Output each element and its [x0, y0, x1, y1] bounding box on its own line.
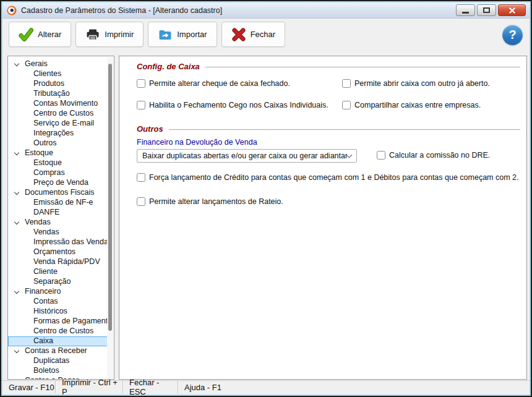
sidebar-item-label: Emissão de NF-e [33, 198, 93, 207]
sidebar-item-formas-de-pagamento[interactable]: Formas de Pagamento [8, 317, 114, 327]
checkbox-permite-alterar-cheque[interactable]: Permite alterar cheque de caixa fechado. [137, 79, 342, 88]
blue-folder-import-icon [158, 27, 173, 42]
sidebar-item-outros[interactable]: Outros [8, 139, 114, 148]
sidebar-item-label: Orçamentos [33, 247, 75, 256]
financeiro-devolucao-select[interactable]: Baixar duplicatas abertas e/ou gerar cai… [137, 149, 357, 163]
checkbox-label: Força lançamento de Crédito para contas … [149, 173, 519, 182]
chevron-down-icon[interactable] [14, 220, 19, 224]
tree-scrollbar-thumb[interactable] [108, 64, 112, 331]
sidebar-item-caixa[interactable]: Caixa [8, 336, 108, 346]
chevron-down-icon[interactable] [14, 190, 19, 195]
sidebar-item-separacao[interactable]: Separação [8, 277, 114, 287]
sidebar-item-servico-de-e-mail[interactable]: Serviço de E-mail [8, 119, 114, 129]
config-checkbox-grid: Permite alterar cheque de caixa fechado.… [137, 79, 490, 109]
sidebar-item-boletos[interactable]: Boletos [8, 366, 114, 376]
sidebar-item-preco-de-venda[interactable]: Preço de Venda [8, 178, 114, 188]
chevron-down-icon[interactable] [14, 378, 19, 380]
checkbox-box[interactable] [342, 101, 351, 109]
sidebar-item-documentos-fiscais[interactable]: Documentos Fiscais [8, 188, 114, 198]
sidebar-item-contas[interactable]: Contas [8, 297, 114, 307]
status-imprimir: Imprimir - Ctrl + P [56, 381, 123, 393]
sidebar-item-label: Contas [33, 297, 58, 305]
sidebar-item-financeiro[interactable]: Financeiro [8, 287, 114, 297]
sidebar-item-centro-de-custos[interactable]: Centro de Custos [8, 109, 114, 119]
alterar-button[interactable]: Alterar [9, 22, 71, 47]
chevron-down-icon[interactable] [14, 61, 19, 66]
toolbar: Alterar Imprimir Importar [9, 22, 285, 47]
sidebar-item-produtos[interactable]: Produtos [8, 79, 114, 89]
sidebar-item-duplicatas[interactable]: Duplicatas [8, 356, 114, 366]
fechar-button-label: Fechar [251, 30, 275, 39]
fechar-button[interactable]: Fechar [221, 22, 285, 47]
chevron-down-icon[interactable] [14, 348, 19, 353]
imprimir-button[interactable]: Imprimir [75, 22, 144, 47]
sidebar-item-integracoes[interactable]: Integrações [8, 129, 114, 139]
sidebar-item-label: Formas de Pagamento [33, 317, 112, 325]
checkbox-label: Compartilhar caixas entre empresas. [354, 101, 481, 109]
maximize-icon [483, 7, 490, 13]
sidebar-item-danfe[interactable]: DANFE [8, 208, 114, 218]
sidebar-item-impressao-das-vendas[interactable]: Impressão das Vendas [8, 237, 114, 247]
window-title: Cadastro de Parâmetros do Sistema - [Alt… [21, 6, 222, 15]
checkbox-calcular-comissao-dre[interactable]: Calcular a comissão no DRE. [377, 151, 490, 160]
checkbox-label: Permite alterar cheque de caixa fechado. [149, 79, 290, 88]
sidebar-item-label: Financeiro [25, 287, 61, 296]
checkbox-box[interactable] [342, 79, 351, 88]
checkbox-permite-abrir-caixa[interactable]: Permite abrir caixa com outro já aberto. [342, 79, 490, 88]
section-title: Config. de Caixa [137, 62, 200, 71]
chevron-down-icon [346, 152, 353, 158]
section-title: Outros [137, 124, 163, 134]
help-button[interactable]: ? [502, 25, 523, 45]
content-panel: Config. de Caixa Permite alterar cheque … [119, 56, 527, 380]
sidebar-item-tributacao[interactable]: Tributação [8, 89, 114, 99]
sidebar-tree-panel: GeraisClientesProdutosTributaçãoContas M… [7, 56, 114, 380]
sidebar-item-label: Separação [33, 277, 71, 286]
sidebar-item-label: Cliente [33, 267, 58, 276]
minimize-button[interactable] [456, 4, 475, 16]
chevron-down-icon[interactable] [14, 289, 19, 294]
sidebar-item-label: Caixa [33, 336, 53, 345]
section-config-de-caixa: Config. de Caixa [137, 62, 520, 71]
checkbox-box[interactable] [377, 151, 385, 160]
sidebar-item-estoque[interactable]: Estoque [8, 148, 114, 158]
sidebar-item-vendas[interactable]: Vendas [8, 218, 114, 228]
checkbox-box[interactable] [137, 197, 145, 206]
sidebar-item-label: Vendas [33, 228, 59, 236]
maximize-button[interactable] [477, 4, 496, 16]
checkbox-compartilhar-caixas[interactable]: Compartilhar caixas entre empresas. [342, 101, 490, 109]
sidebar-item-label: Centro de Custos [33, 327, 93, 335]
checkbox-habilita-fechamento-cego[interactable]: Habilita o Fechamento Cego nos Caixas In… [137, 101, 342, 109]
help-question-icon: ? [508, 28, 516, 42]
sidebar-item-clientes[interactable]: Clientes [8, 69, 114, 79]
minimize-icon [462, 12, 469, 14]
sidebar-item-centro-de-custos[interactable]: Centro de Custos [8, 327, 114, 336]
sidebar-item-cliente[interactable]: Cliente [8, 267, 114, 277]
app-window: Cadastro de Parâmetros do Sistema - [Alt… [0, 0, 532, 397]
sidebar-item-venda-rapida-pdv[interactable]: Venda Rápida/PDV [8, 257, 114, 267]
financeiro-devolucao-label: Financeiro na Devolução de Venda [137, 138, 257, 147]
sidebar-item-label: DANFE [33, 208, 59, 216]
checkbox-permite-alterar-rateio[interactable]: Permite alterar lançamentos de Rateio. [137, 197, 283, 206]
sidebar-item-contas-movimento[interactable]: Contas Movimento [8, 99, 114, 109]
sidebar-item-estoque[interactable]: Estoque [8, 158, 114, 168]
importar-button[interactable]: Importar [148, 22, 217, 47]
close-button[interactable] [498, 4, 526, 16]
sidebar-item-label: Vendas [25, 218, 51, 226]
sidebar-item-contas-a-receber[interactable]: Contas a Receber [8, 346, 114, 356]
sidebar-item-label: Preço de Venda [33, 178, 88, 187]
chevron-down-icon[interactable] [14, 150, 19, 155]
checkbox-box[interactable] [137, 101, 145, 109]
checkbox-box[interactable] [137, 173, 145, 182]
sidebar-item-emissao-de-nf-e[interactable]: Emissão de NF-e [8, 198, 114, 208]
statusbar: Gravar - F10 Imprimir - Ctrl + P Fechar … [2, 380, 530, 393]
sidebar-item-historicos[interactable]: Históricos [8, 307, 114, 317]
checkbox-forca-lancamento[interactable]: Força lançamento de Crédito para contas … [137, 173, 519, 182]
sidebar-item-label: Estoque [33, 158, 62, 167]
tree-scrollbar[interactable] [107, 57, 113, 378]
combo-selected-value: Baixar duplicatas abertas e/ou gerar cai… [142, 152, 347, 160]
sidebar-item-gerais[interactable]: Gerais [8, 59, 114, 69]
sidebar-item-vendas[interactable]: Vendas [8, 228, 114, 237]
sidebar-item-compras[interactable]: Compras [8, 168, 114, 178]
sidebar-item-orcamentos[interactable]: Orçamentos [8, 247, 114, 257]
checkbox-box[interactable] [137, 79, 145, 88]
